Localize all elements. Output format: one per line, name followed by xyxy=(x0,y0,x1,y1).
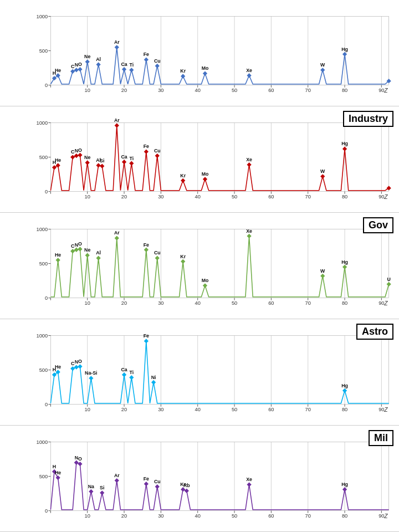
svg-text:1000: 1000 xyxy=(37,120,48,126)
svg-text:50: 50 xyxy=(232,88,237,93)
svg-text:20: 20 xyxy=(121,407,127,412)
svg-text:Hg: Hg xyxy=(341,259,348,265)
svg-text:Xe: Xe xyxy=(246,68,252,73)
svg-text:Xe: Xe xyxy=(246,157,252,162)
svg-text:1000: 1000 xyxy=(37,333,48,339)
svg-text:60: 60 xyxy=(268,88,274,93)
svg-text:W: W xyxy=(320,168,325,174)
panel-chart-gov: Gov05001000102030405060708090ZHeCNONeAlA… xyxy=(0,213,399,319)
svg-text:Ne: Ne xyxy=(84,54,90,59)
svg-text:Cu: Cu xyxy=(154,479,161,484)
svg-text:Cu: Cu xyxy=(154,148,161,154)
svg-text:90: 90 xyxy=(378,407,384,412)
svg-text:60: 60 xyxy=(268,194,274,200)
svg-text:Kr: Kr xyxy=(180,173,186,178)
svg-text:W: W xyxy=(320,268,325,274)
svg-text:20: 20 xyxy=(121,88,127,93)
svg-text:Si: Si xyxy=(100,158,104,163)
svg-text:90: 90 xyxy=(378,300,384,306)
label-chart-industry: Industry xyxy=(343,111,393,127)
svg-rect-0 xyxy=(50,17,388,85)
svg-text:20: 20 xyxy=(121,300,127,306)
svg-text:50: 50 xyxy=(232,194,237,200)
svg-text:He: He xyxy=(55,157,61,163)
svg-rect-210 xyxy=(50,336,388,405)
svg-text:500: 500 xyxy=(39,261,48,267)
panel-chart-industry: Industry05001000102030405060708090ZHHeCN… xyxy=(0,106,399,213)
svg-text:Ca: Ca xyxy=(121,154,127,160)
svg-text:O: O xyxy=(78,359,82,364)
label-chart-mil: Mil xyxy=(369,430,393,446)
svg-text:Si: Si xyxy=(100,485,104,490)
svg-text:500: 500 xyxy=(39,474,48,479)
svg-text:Hg: Hg xyxy=(341,482,348,487)
svg-text:40: 40 xyxy=(195,513,201,519)
svg-text:U: U xyxy=(387,277,390,282)
svg-text:40: 40 xyxy=(195,300,201,306)
svg-text:Ca: Ca xyxy=(121,367,127,372)
svg-text:500: 500 xyxy=(39,155,48,160)
svg-text:20: 20 xyxy=(121,194,127,200)
svg-text:Na: Na xyxy=(88,484,94,489)
svg-rect-71 xyxy=(50,123,388,192)
svg-text:Kr: Kr xyxy=(180,68,186,74)
svg-text:0: 0 xyxy=(45,295,48,301)
svg-text:Hg: Hg xyxy=(341,141,348,146)
svg-text:500: 500 xyxy=(39,367,48,373)
svg-text:70: 70 xyxy=(305,300,311,306)
panel-chart-astro: Astro05001000102030405060708090ZHHeCNONa… xyxy=(0,319,399,426)
svg-text:0: 0 xyxy=(45,83,48,88)
svg-text:Cu: Cu xyxy=(154,250,161,255)
svg-text:40: 40 xyxy=(195,407,201,412)
svg-text:80: 80 xyxy=(342,407,347,412)
svg-text:80: 80 xyxy=(342,88,347,93)
svg-text:Ar: Ar xyxy=(114,473,120,478)
svg-text:10: 10 xyxy=(85,88,90,93)
svg-text:Ti: Ti xyxy=(129,62,134,68)
svg-text:Xe: Xe xyxy=(246,228,252,234)
svg-text:80: 80 xyxy=(342,513,347,519)
svg-text:Fe: Fe xyxy=(144,242,149,248)
svg-text:He: He xyxy=(55,470,61,475)
chart-container: 05001000102030405060708090ZHHeCNONeAlArC… xyxy=(0,0,399,532)
svg-text:Hg: Hg xyxy=(341,47,348,52)
svg-text:O: O xyxy=(78,241,82,247)
svg-text:90: 90 xyxy=(378,194,384,200)
svg-text:1000: 1000 xyxy=(37,14,48,19)
svg-text:Kr: Kr xyxy=(180,254,186,259)
svg-text:1000: 1000 xyxy=(37,439,48,445)
svg-text:30: 30 xyxy=(158,194,163,200)
label-chart-astro: Astro xyxy=(356,324,393,340)
svg-text:Ca: Ca xyxy=(121,62,127,67)
svg-text:70: 70 xyxy=(305,407,311,412)
svg-text:Fe: Fe xyxy=(144,333,149,339)
svg-text:Z: Z xyxy=(383,300,388,306)
panel-chart-mil: Mil05001000102030405060708090ZHHeNONaSiA… xyxy=(0,426,399,532)
svg-text:10: 10 xyxy=(85,513,90,519)
svg-text:1000: 1000 xyxy=(37,227,48,232)
svg-text:Rb: Rb xyxy=(183,483,190,488)
svg-text:Na-Si: Na-Si xyxy=(85,370,97,376)
svg-text:He: He xyxy=(55,252,61,258)
svg-text:90: 90 xyxy=(378,513,384,519)
svg-text:40: 40 xyxy=(195,194,201,200)
svg-text:70: 70 xyxy=(305,88,311,93)
svg-text:50: 50 xyxy=(232,407,237,412)
svg-text:Z: Z xyxy=(383,407,388,413)
svg-text:Al: Al xyxy=(96,57,101,62)
svg-text:Ni: Ni xyxy=(151,375,156,380)
svg-text:Mo: Mo xyxy=(202,171,209,177)
svg-text:30: 30 xyxy=(158,300,163,306)
svg-text:Ti: Ti xyxy=(129,156,134,161)
svg-text:Xe: Xe xyxy=(246,477,252,482)
svg-text:Z: Z xyxy=(383,88,388,94)
svg-text:Ar: Ar xyxy=(114,117,120,123)
svg-text:Fe: Fe xyxy=(144,476,149,482)
svg-text:Ne: Ne xyxy=(84,155,90,160)
svg-text:80: 80 xyxy=(342,300,347,306)
svg-text:30: 30 xyxy=(158,407,163,412)
svg-text:He: He xyxy=(55,364,61,370)
svg-text:Cu: Cu xyxy=(154,58,161,64)
svg-text:O: O xyxy=(78,456,82,462)
svg-text:Ar: Ar xyxy=(114,39,120,45)
